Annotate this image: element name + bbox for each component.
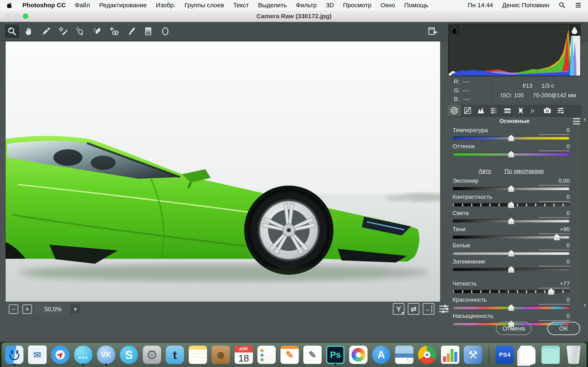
- dock-item-contacts[interactable]: ☻: [211, 345, 230, 365]
- spot-removal-tool-button[interactable]: [90, 24, 105, 38]
- menu-item-3[interactable]: Группы слоев: [184, 2, 224, 9]
- tab-tone-curve[interactable]: [461, 105, 474, 116]
- spotlight-search-icon[interactable]: [559, 2, 566, 9]
- highlight-clipping-indicator[interactable]: [569, 24, 580, 36]
- hand-tool-button[interactable]: [22, 24, 36, 38]
- dock-item-settings[interactable]: ⚙: [143, 345, 161, 365]
- slider-value-field[interactable]: 0: [539, 313, 570, 321]
- menu-item-6[interactable]: Фильтр: [296, 2, 317, 9]
- zoom-out-button[interactable]: −: [9, 304, 18, 314]
- menu-user-name[interactable]: Денис Поповкин: [502, 2, 549, 9]
- dock-item-safari[interactable]: ➤: [51, 345, 69, 365]
- slider-value-field[interactable]: 0: [539, 143, 570, 151]
- tab-detail[interactable]: [474, 105, 487, 116]
- scroll-up-icon[interactable]: ∧: [582, 117, 588, 122]
- slider-value-field[interactable]: +77: [539, 280, 570, 288]
- menu-clock[interactable]: Пн 14:44: [468, 2, 493, 9]
- slider-thumb[interactable]: [508, 266, 514, 273]
- slider-thumb[interactable]: [508, 185, 514, 192]
- tab-presets[interactable]: [554, 105, 567, 116]
- slider-value-field[interactable]: 0: [539, 194, 570, 202]
- dock-item-messages[interactable]: …: [74, 345, 92, 365]
- menu-item-4[interactable]: Текст: [233, 2, 249, 9]
- dock-item-textedit[interactable]: ✎: [303, 345, 322, 365]
- dock-item-pages[interactable]: ✎: [280, 345, 299, 365]
- before-after-view-button[interactable]: Y: [393, 303, 405, 315]
- dock-item-preview[interactable]: ◌: [395, 345, 413, 365]
- zoom-in-button[interactable]: +: [22, 304, 32, 314]
- dock-item-notes[interactable]: [189, 345, 207, 365]
- dock-item-photos[interactable]: [349, 345, 368, 365]
- slider-value-field[interactable]: +90: [539, 226, 570, 234]
- minimize-button[interactable]: [14, 14, 19, 19]
- cancel-button[interactable]: Отмена: [496, 322, 532, 335]
- auto-link[interactable]: Авто: [479, 168, 491, 174]
- slider-value-field[interactable]: 0: [539, 258, 570, 267]
- tab-effects[interactable]: fx: [527, 105, 541, 116]
- swap-before-after-button[interactable]: ⇄: [408, 303, 419, 315]
- slider-value-field[interactable]: 0: [539, 242, 570, 250]
- tab-split-toning[interactable]: [501, 105, 514, 116]
- slider-thumb[interactable]: [508, 201, 514, 208]
- slider-thumb[interactable]: [508, 218, 514, 224]
- dock-item-calendar[interactable]: АПР.18: [234, 345, 253, 365]
- default-link[interactable]: По умолчанию: [504, 168, 544, 174]
- dock-item-vk[interactable]: VK: [97, 345, 115, 365]
- image-preview-canvas[interactable]: [6, 42, 440, 302]
- dock-item-numbers[interactable]: [441, 345, 459, 365]
- zoom-level-select[interactable]: 50,5% ▾: [36, 304, 81, 314]
- dock-item-mail[interactable]: ✉: [28, 345, 46, 365]
- slider-track[interactable]: [453, 235, 570, 239]
- dock-item-documents[interactable]: [519, 345, 537, 365]
- menu-item-1[interactable]: Редактирование: [99, 2, 147, 9]
- shadow-clipping-indicator[interactable]: [449, 24, 460, 36]
- graduated-filter-tool-button[interactable]: [141, 24, 156, 38]
- menu-item-7[interactable]: 3D: [326, 2, 334, 9]
- slider-thumb[interactable]: [554, 234, 560, 241]
- radial-filter-tool-button[interactable]: [158, 24, 173, 38]
- copy-settings-button[interactable]: ←: [423, 303, 434, 315]
- panel-scrollbar[interactable]: ∧ ∨: [581, 117, 588, 308]
- slider-value-field[interactable]: 0: [539, 210, 570, 218]
- menu-item-10[interactable]: Помощь: [404, 2, 428, 9]
- zoom-button[interactable]: [23, 14, 28, 19]
- dock-item-reminders[interactable]: [257, 345, 276, 365]
- red-eye-removal-tool-button[interactable]: [107, 24, 122, 38]
- tab-hsl-grayscale[interactable]: [487, 105, 501, 116]
- menu-item-0[interactable]: Файл: [75, 2, 90, 9]
- menu-app-name[interactable]: Photoshop CC: [22, 2, 66, 9]
- menu-item-8[interactable]: Просмотр: [343, 2, 372, 9]
- dock-item-appstore[interactable]: A: [372, 345, 390, 365]
- dock-item-finder[interactable]: [5, 345, 24, 365]
- dock-item-xcode[interactable]: ⚒: [464, 345, 482, 365]
- apple-menu-icon[interactable]: [6, 2, 13, 9]
- menu-item-5[interactable]: Выделить: [258, 2, 286, 9]
- tab-basic[interactable]: [448, 105, 461, 116]
- tab-camera-calibration[interactable]: [541, 105, 554, 116]
- close-button[interactable]: [5, 14, 11, 19]
- slider-value-field[interactable]: 0: [539, 127, 570, 135]
- tab-lens-corrections[interactable]: [514, 105, 527, 116]
- menu-item-2[interactable]: Изобр.: [156, 2, 175, 9]
- slider-value-field[interactable]: 0,00: [539, 177, 570, 186]
- slider-thumb[interactable]: [508, 304, 514, 311]
- targeted-adjustment-tool-button[interactable]: [73, 24, 88, 38]
- slider-thumb[interactable]: [508, 135, 514, 142]
- panel-menu-icon[interactable]: [573, 118, 580, 125]
- color-sampler-tool-button[interactable]: [56, 24, 71, 38]
- adjustment-brush-tool-button[interactable]: [124, 24, 139, 38]
- ok-button[interactable]: OK: [547, 322, 580, 335]
- slider-thumb[interactable]: [508, 250, 514, 257]
- toggle-fullscreen-button[interactable]: [425, 24, 440, 38]
- dock-item-chrome[interactable]: [418, 345, 436, 365]
- menu-item-9[interactable]: Окно: [380, 2, 395, 9]
- notification-center-icon[interactable]: [575, 2, 582, 9]
- dock-item-tweetbot[interactable]: t: [165, 345, 184, 365]
- white-balance-tool-button[interactable]: [39, 24, 53, 38]
- slider-thumb[interactable]: [508, 151, 514, 158]
- dock-item-folder[interactable]: [541, 345, 560, 365]
- dock-item-ps4[interactable]: PS4: [495, 345, 514, 365]
- scroll-down-icon[interactable]: ∨: [582, 302, 588, 308]
- dock-item-skype[interactable]: S: [120, 345, 138, 365]
- slider-thumb[interactable]: [548, 288, 554, 295]
